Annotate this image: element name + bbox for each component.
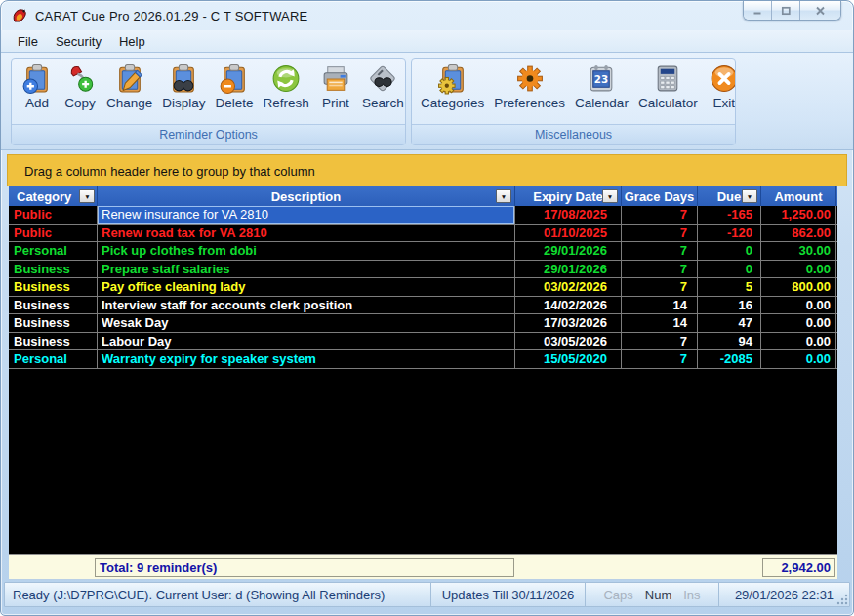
reminder-row[interactable]: PersonalWarranty expiry for speaker syst… <box>9 350 837 369</box>
print-button[interactable]: Print <box>314 62 357 111</box>
filter-dropdown-icon[interactable]: ▼ <box>496 189 511 203</box>
cell-description[interactable]: Labour Day <box>98 333 515 350</box>
display-label: Display <box>162 96 205 110</box>
cell-category[interactable]: Business <box>9 314 98 332</box>
cell-expiry_date[interactable]: 01/10/2025 <box>515 225 622 242</box>
cell-due[interactable]: 0 <box>698 261 761 278</box>
cell-amount[interactable]: 30.00 <box>761 242 836 260</box>
reminder-row[interactable]: BusinessInterview staff for accounts cle… <box>9 297 837 315</box>
reminder-row[interactable]: PersonalPick up clothes from dobi29/01/2… <box>9 242 837 261</box>
menu-item-file[interactable]: File <box>9 32 47 51</box>
cell-description[interactable]: Interview staff for accounts clerk posit… <box>98 297 515 314</box>
menu-item-help[interactable]: Help <box>110 32 154 51</box>
cell-category[interactable]: Business <box>9 297 98 314</box>
group-by-bar[interactable]: Drag a column header here to group by th… <box>7 154 847 186</box>
cell-amount[interactable]: 1,250.00 <box>761 206 836 224</box>
cell-due[interactable]: 16 <box>698 297 761 314</box>
reminder-row[interactable]: BusinessPrepare staff salaries29/01/2026… <box>9 261 837 279</box>
cell-expiry_date[interactable]: 29/01/2026 <box>515 261 622 278</box>
lock-indicator-num: Num <box>645 588 671 602</box>
filter-dropdown-icon[interactable]: ▼ <box>742 189 757 203</box>
cell-amount[interactable]: 0.00 <box>761 350 836 368</box>
cell-expiry_date[interactable]: 14/02/2026 <box>515 297 622 314</box>
preferences-button[interactable]: Preferences <box>489 62 570 111</box>
cell-expiry_date[interactable]: 03/05/2026 <box>515 333 622 350</box>
cell-amount[interactable]: 0.00 <box>761 314 836 332</box>
menu-item-security[interactable]: Security <box>47 32 110 51</box>
cell-amount[interactable]: 862.00 <box>761 225 836 242</box>
cell-expiry_date[interactable]: 17/03/2026 <box>515 314 622 332</box>
cell-grace_days[interactable]: 7 <box>622 350 698 368</box>
cell-due[interactable]: 94 <box>698 333 761 350</box>
cell-grace_days[interactable]: 7 <box>622 278 698 296</box>
reminder-row[interactable]: BusinessWesak Day17/03/202614470.00 <box>9 314 837 333</box>
categories-button[interactable]: Categories <box>416 62 489 111</box>
search-button[interactable]: Search <box>357 62 406 111</box>
cell-grace_days[interactable]: 7 <box>622 261 698 278</box>
cell-grace_days[interactable]: 7 <box>622 242 698 260</box>
add-label: Add <box>25 96 49 110</box>
calendar-button[interactable]: 23Calendar <box>570 62 633 111</box>
cell-grace_days[interactable]: 7 <box>622 206 698 224</box>
reminder-row[interactable]: BusinessPay office cleaning lady03/02/20… <box>9 278 837 297</box>
filter-dropdown-icon[interactable]: ▼ <box>602 189 618 203</box>
cell-expiry_date[interactable]: 15/05/2020 <box>515 350 622 368</box>
filter-dropdown-icon[interactable]: ▼ <box>79 189 95 203</box>
cell-due[interactable]: -165 <box>698 206 761 224</box>
column-header-amount[interactable]: Amount <box>761 186 836 206</box>
cell-category[interactable]: Public <box>9 225 98 242</box>
reminder-row[interactable]: BusinessLabour Day03/05/20267940.00 <box>9 333 837 351</box>
cell-amount[interactable]: 0.00 <box>761 333 836 350</box>
cell-amount[interactable]: 800.00 <box>761 278 836 296</box>
cell-category[interactable]: Personal <box>9 350 98 368</box>
cell-expiry_date[interactable]: 03/02/2026 <box>515 278 622 296</box>
exit-icon <box>708 62 736 95</box>
display-button[interactable]: Display <box>157 62 210 111</box>
cell-due[interactable]: -120 <box>698 225 761 242</box>
column-header-category[interactable]: Category▼ <box>9 186 98 206</box>
cell-grace_days[interactable]: 14 <box>622 297 698 314</box>
delete-button[interactable]: Delete <box>211 62 259 111</box>
cell-grace_days[interactable]: 14 <box>622 314 698 332</box>
cell-description[interactable]: Pick up clothes from dobi <box>98 242 515 260</box>
cell-grace_days[interactable]: 7 <box>622 225 698 242</box>
cell-description[interactable]: Prepare staff salaries <box>98 261 515 278</box>
cell-category[interactable]: Business <box>9 261 98 278</box>
cell-due[interactable]: 47 <box>698 314 761 332</box>
column-header-expiry-date[interactable]: Expiry Date▼ <box>515 186 622 206</box>
cell-due[interactable]: 5 <box>698 278 761 296</box>
change-button[interactable]: Change <box>102 62 157 111</box>
cell-description[interactable]: Warranty expiry for speaker system <box>98 350 515 368</box>
close-button[interactable] <box>800 1 840 20</box>
cell-category[interactable]: Public <box>9 206 98 224</box>
cell-description[interactable]: Wesak Day <box>98 314 515 332</box>
categories-label: Categories <box>421 96 484 110</box>
cell-description[interactable]: Pay office cleaning lady <box>98 278 515 296</box>
cell-amount[interactable]: 0.00 <box>761 261 836 278</box>
add-button[interactable]: Add <box>16 62 59 111</box>
refresh-button[interactable]: Refresh <box>259 62 314 111</box>
maximize-button[interactable] <box>772 1 800 20</box>
resize-grip-icon[interactable] <box>835 593 848 605</box>
cell-expiry_date[interactable]: 17/08/2025 <box>515 206 622 224</box>
cell-amount[interactable]: 0.00 <box>761 297 836 314</box>
column-header-grace-days[interactable]: Grace Days <box>622 186 698 206</box>
cell-due[interactable]: -2085 <box>698 350 761 368</box>
calculator-icon <box>651 62 684 95</box>
cell-category[interactable]: Business <box>9 333 98 350</box>
copy-button[interactable]: Copy <box>59 62 102 111</box>
exit-button[interactable]: Exit <box>703 62 736 111</box>
cell-description[interactable]: Renew insurance for VA 2810 <box>98 206 515 224</box>
calculator-button[interactable]: Calculator <box>633 62 703 111</box>
cell-grace_days[interactable]: 7 <box>622 333 698 350</box>
cell-category[interactable]: Personal <box>9 242 98 260</box>
cell-description[interactable]: Renew road tax for VA 2810 <box>98 225 515 242</box>
column-header-due[interactable]: Due▼ <box>698 186 761 206</box>
cell-expiry_date[interactable]: 29/01/2026 <box>515 242 622 260</box>
column-header-description[interactable]: Description▼ <box>98 186 515 206</box>
reminder-row[interactable]: PublicRenew insurance for VA 281017/08/2… <box>9 206 837 225</box>
reminder-row[interactable]: PublicRenew road tax for VA 281001/10/20… <box>9 225 837 243</box>
cell-due[interactable]: 0 <box>698 242 761 260</box>
cell-category[interactable]: Business <box>9 278 98 296</box>
minimize-button[interactable] <box>744 1 772 20</box>
